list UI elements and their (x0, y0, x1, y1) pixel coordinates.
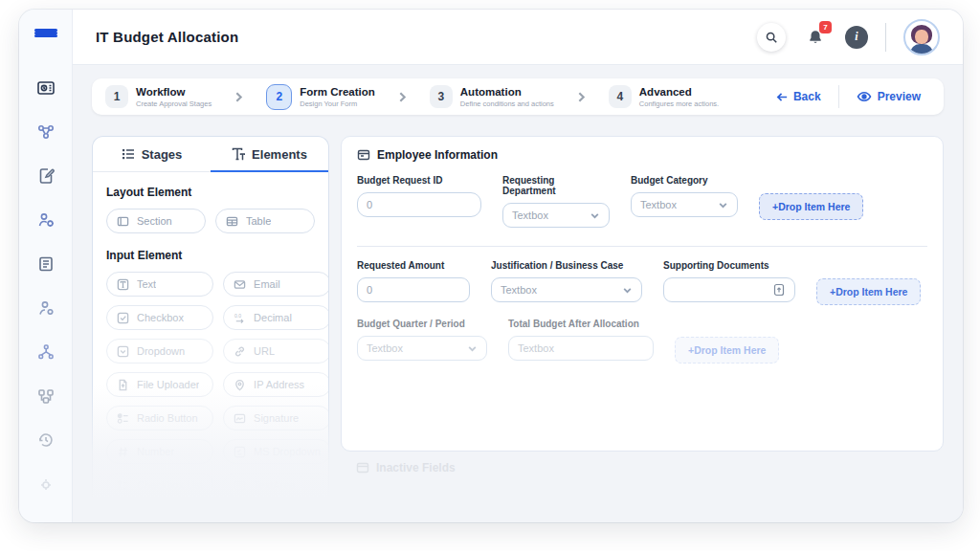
ghost-section-header: Inactive Fields (341, 461, 944, 474)
budget-quarter-select[interactable]: Textbox (357, 336, 487, 361)
header-divider (885, 23, 886, 52)
step-form-creation[interactable]: 2 Form Creation Design Your Form (266, 84, 375, 110)
settings-cloud-icon[interactable] (35, 474, 56, 495)
element-number[interactable]: Number (106, 439, 213, 464)
step-title: Workflow (136, 85, 212, 99)
form-row: Budget Request ID 0 Requesting Departmen… (357, 175, 927, 228)
element-textarea[interactable]: TextArea (223, 473, 329, 497)
element-table[interactable]: Table (215, 209, 315, 233)
decimal-icon: 0.0 (234, 312, 246, 324)
supporting-documents-file-input[interactable] (663, 277, 795, 302)
element-text[interactable]: Text (106, 272, 213, 297)
step-title: Form Creation (300, 85, 375, 99)
page-title: IT Budget Allocation (96, 29, 238, 45)
element-file-uploader[interactable]: File Uploader (106, 372, 213, 397)
drop-item-zone[interactable]: +Drop Item Here (675, 337, 779, 364)
svg-text:0.0: 0.0 (234, 312, 241, 318)
budget-category-select[interactable]: Textbox (631, 192, 738, 217)
step-subtitle: Configures more actions. (639, 99, 719, 108)
form-edit-icon[interactable] (35, 165, 56, 187)
number-icon (117, 446, 129, 458)
user-gear-icon[interactable] (35, 209, 56, 231)
content-area: 1 Workflow Create Approval Stages 2 Form… (73, 65, 963, 522)
tab-elements[interactable]: Elements (211, 137, 328, 171)
ip-address-icon (234, 379, 246, 391)
org-chart-icon[interactable] (35, 386, 56, 407)
notifications-button[interactable]: 7 (803, 25, 828, 50)
email-icon (234, 278, 246, 291)
tab-stages[interactable]: Stages (93, 137, 211, 171)
budget-request-id-input[interactable]: 0 (357, 192, 481, 217)
element-signature[interactable]: Signature (223, 406, 329, 430)
element-ip-address[interactable]: IP Address (223, 372, 329, 397)
step-automation[interactable]: 3 Automation Define conditions and actio… (430, 85, 554, 108)
step-title: Advanced (639, 85, 719, 99)
total-budget-input[interactable]: Textbox (508, 336, 654, 361)
top-bar: IT Budget Allocation 7 i (73, 10, 963, 65)
step-workflow[interactable]: 1 Workflow Create Approval Stages (105, 85, 212, 108)
info-icon[interactable]: i (845, 26, 868, 49)
element-radio-button[interactable]: Radio Button (106, 406, 213, 430)
section-header-icon (356, 461, 369, 474)
justification-select[interactable]: Textbox (491, 277, 642, 302)
requesting-department-select[interactable]: Textbox (502, 203, 610, 228)
element-checkbox-list[interactable]: Checkbox List (106, 473, 213, 497)
element-url[interactable]: URL (223, 339, 329, 364)
step-advanced[interactable]: 4 Advanced Configures more actions. (609, 85, 719, 108)
element-ms-dropdown[interactable]: MS Dropdown (223, 439, 329, 464)
field-label: Budget Category (631, 175, 738, 186)
elements-panel: Stages Elements Layout Element (92, 136, 329, 497)
element-dropdown[interactable]: Dropdown (106, 339, 213, 364)
field-label: Budget Quarter / Period (357, 319, 487, 329)
requested-amount-input[interactable]: 0 (357, 277, 470, 302)
text-icon (117, 278, 129, 291)
row-divider (357, 246, 927, 247)
eye-icon (857, 89, 872, 104)
element-decimal[interactable]: 0.0 Decimal (223, 305, 329, 330)
element-section[interactable]: Section (106, 209, 206, 233)
back-button[interactable]: Back (759, 90, 838, 103)
file-uploader-icon (117, 379, 129, 391)
form-row: Requested Amount 0 Justification / Busin… (357, 260, 927, 305)
step-number: 2 (266, 84, 292, 110)
notification-badge: 7 (819, 21, 832, 33)
preview-button[interactable]: Preview (839, 89, 938, 104)
stages-icon (122, 147, 135, 161)
share-nodes-icon[interactable] (35, 342, 56, 363)
tab-label: Elements (252, 147, 307, 162)
step-number: 1 (105, 85, 128, 108)
input-element-heading: Input Element (106, 249, 315, 262)
menu-icon[interactable] (34, 29, 57, 37)
back-label: Back (793, 90, 821, 103)
dashboard-icon[interactable] (35, 77, 56, 99)
element-checkbox[interactable]: Checkbox (106, 305, 213, 330)
step-subtitle: Define conditions and actions (460, 99, 554, 108)
chevron-right-icon (233, 91, 245, 103)
field-label: Requesting Department (502, 175, 610, 196)
checkbox-icon (117, 312, 129, 324)
elements-icon (232, 147, 245, 161)
drop-item-zone[interactable]: +Drop Item Here (759, 193, 863, 220)
records-icon[interactable] (35, 253, 56, 275)
field-label: Justification / Business Case (491, 260, 642, 271)
file-upload-icon (772, 283, 786, 297)
chevron-right-icon (575, 91, 588, 103)
app-window: IT Budget Allocation 7 i 1 (19, 10, 963, 522)
search-button[interactable] (757, 23, 786, 52)
back-arrow-icon (776, 91, 789, 103)
analytics-icon[interactable] (35, 518, 56, 522)
dropdown-icon (117, 345, 129, 358)
user-settings-icon[interactable] (35, 298, 56, 319)
drop-item-zone[interactable]: +Drop Item Here (816, 278, 921, 305)
workflow-stepper: 1 Workflow Create Approval Stages 2 Form… (92, 78, 944, 115)
avatar[interactable] (903, 19, 940, 55)
element-email[interactable]: Email (223, 272, 329, 297)
chevron-right-icon (396, 91, 409, 103)
field-label: Budget Request ID (357, 175, 481, 186)
chevron-down-icon (622, 285, 633, 296)
chevron-down-icon (467, 343, 478, 354)
layout-element-heading: Layout Element (106, 186, 315, 199)
history-icon[interactable] (35, 430, 56, 451)
workflow-icon[interactable] (35, 121, 56, 143)
chevron-down-icon (590, 210, 600, 221)
